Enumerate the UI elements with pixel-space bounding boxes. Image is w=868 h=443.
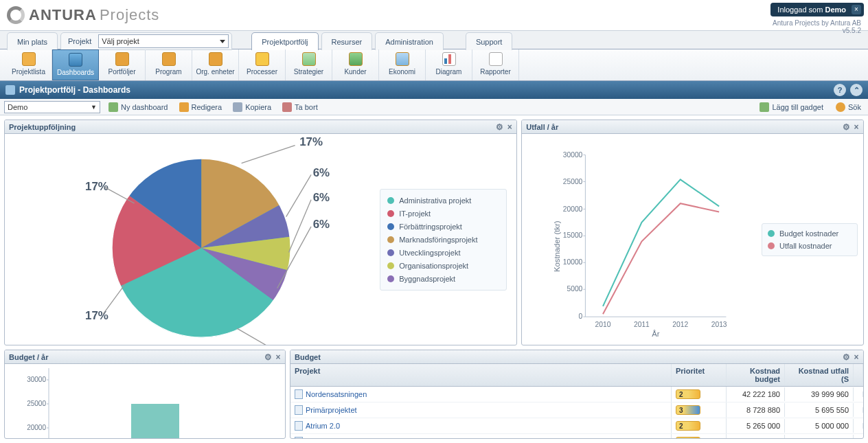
pie-chart: 17% 6% 6% 6% 33% 17% 17%: [5, 134, 380, 345]
gadget-projektuppfoljning: Projektuppföljning ⚙×: [4, 120, 517, 345]
ribbon-toolbar: Projektlista Dashboards Portföljer Progr…: [0, 49, 868, 81]
close-icon[interactable]: ×: [505, 123, 514, 131]
tab-min-plats[interactable]: Min plats: [7, 32, 58, 50]
close-icon[interactable]: ×: [852, 123, 860, 131]
svg-line-3: [242, 146, 295, 163]
ribbon-program[interactable]: Program: [146, 49, 192, 80]
logged-in-label: Inloggad som: [777, 5, 823, 14]
plus-icon: [108, 102, 118, 112]
document-icon: [295, 437, 303, 438]
gear-icon[interactable]: ⚙: [264, 353, 272, 361]
economy-icon: [396, 52, 409, 66]
tab-support[interactable]: Support: [466, 32, 513, 50]
dashboard-toolbar: Demo ▼ Ny dashboard Redigera Kopiera Ta …: [0, 99, 868, 115]
gadget-title: Budget: [295, 353, 321, 361]
brand-logo: ANTURA Projects: [7, 6, 159, 24]
report-icon: [489, 52, 503, 66]
list-icon: [22, 52, 36, 66]
tab-administration[interactable]: Administration: [375, 32, 444, 50]
ribbon-projektlista[interactable]: Projektlista: [5, 49, 52, 80]
program-icon: [162, 52, 176, 66]
main-menu: Min plats Projekt Välj projekt Projektpo…: [0, 30, 868, 49]
brand-name-2: Projects: [100, 6, 159, 24]
table-row[interactable]: Nordensatsningen 2 42 222 180 39 999 960: [290, 387, 863, 402]
gadget-utfall-ar: Utfall / år ⚙× 0 5000 10000 15000: [521, 120, 864, 345]
svg-text:6%: 6%: [313, 218, 330, 231]
svg-text:25000: 25000: [563, 178, 583, 185]
scrollbar[interactable]: [854, 364, 863, 386]
new-dashboard-button[interactable]: Ny dashboard: [106, 101, 171, 113]
customers-icon: [349, 52, 363, 66]
ribbon-kunder[interactable]: Kunder: [332, 49, 379, 80]
gear-icon[interactable]: ⚙: [842, 123, 850, 131]
col-projekt[interactable]: Projekt: [290, 364, 672, 386]
svg-line-11: [237, 329, 271, 345]
ribbon-rapporter[interactable]: Rapporter: [472, 49, 519, 80]
close-icon[interactable]: ×: [852, 353, 860, 361]
brand-name-1: ANTURA: [29, 6, 97, 24]
dashboard-area: Projektuppföljning ⚙×: [0, 115, 868, 443]
dashboard-select-value: Demo: [8, 103, 27, 111]
line-chart: 0 5000 10000 15000 20000 25000 30000: [522, 134, 762, 345]
add-gadget-button[interactable]: Lägg till gadget: [757, 101, 826, 113]
priority-badge: 2: [676, 437, 700, 438]
tab-projekt[interactable]: Projekt Välj projekt: [60, 32, 232, 50]
table-row[interactable]: Fakturaprojektet 2 4 777 773 426 111: [290, 434, 863, 438]
ribbon-dashboards[interactable]: Dashboards: [52, 49, 99, 80]
ribbon-strategier[interactable]: Strategier: [286, 49, 332, 80]
ribbon-ekonomi[interactable]: Ekonomi: [379, 49, 426, 80]
document-icon: [295, 421, 303, 431]
project-link[interactable]: Primärprojektet: [306, 406, 357, 414]
collapse-icon[interactable]: ⌃: [850, 84, 863, 96]
project-link[interactable]: Fakturaprojektet: [306, 438, 360, 438]
svg-text:2012: 2012: [673, 321, 689, 328]
credits: Antura Projects by Antura AB v5.5.2: [773, 19, 861, 34]
close-icon[interactable]: ×: [274, 353, 282, 361]
svg-text:2010: 2010: [595, 321, 611, 328]
dashboard-icon: [69, 53, 82, 67]
col-budget[interactable]: Kostnad budget: [727, 364, 785, 386]
svg-text:15000: 15000: [563, 231, 583, 239]
help-icon[interactable]: ?: [834, 84, 846, 96]
col-prioritet[interactable]: Prioritet: [672, 364, 727, 386]
ribbon-org-enheter[interactable]: Org. enheter: [192, 49, 239, 80]
document-icon: [295, 405, 303, 415]
delete-button[interactable]: Ta bort: [279, 101, 321, 113]
search-button[interactable]: Sök: [833, 101, 864, 113]
ribbon-processer[interactable]: Processer: [239, 49, 286, 80]
dashboard-select[interactable]: Demo ▼: [4, 101, 100, 113]
project-link[interactable]: Nordensatsningen: [306, 390, 367, 398]
tab-resurser[interactable]: Resurser: [321, 32, 373, 50]
user-badge: Inloggad som Demo ×: [770, 3, 864, 16]
table-body: Projekt Prioritet Kostnad budget Kostnad…: [290, 364, 863, 438]
pencil-icon: [179, 102, 189, 112]
svg-text:30000: 30000: [563, 151, 583, 159]
gadget-body: 17% 6% 6% 6% 33% 17% 17%: [5, 134, 516, 345]
project-select[interactable]: Välj projekt: [98, 34, 229, 48]
table-row[interactable]: Atrium 2.0 2 5 265 000 5 000 000: [290, 418, 863, 434]
breadcrumb-icon: [5, 85, 15, 95]
tab-projektportfolj[interactable]: Projektportfölj: [251, 32, 318, 50]
gadget-budget-table: Budget ⚙× Projekt Prioritet Kostnad budg…: [290, 350, 864, 439]
svg-text:10000: 10000: [563, 258, 583, 266]
copy-button[interactable]: Kopiera: [230, 101, 274, 113]
add-icon: [760, 102, 769, 112]
user-name: Demo: [825, 5, 846, 14]
credits-line1: Antura Projects by Antura AB: [773, 19, 861, 27]
project-link[interactable]: Atrium 2.0: [306, 422, 340, 430]
chevron-down-icon: [220, 40, 225, 43]
logo-icon: [7, 6, 25, 24]
edit-button[interactable]: Redigera: [176, 101, 225, 113]
svg-text:6%: 6%: [313, 166, 330, 179]
table-row[interactable]: Primärprojektet 3 8 728 880 5 695 550: [290, 402, 863, 418]
ribbon-portfoljer[interactable]: Portföljer: [99, 49, 146, 80]
version-label: v5.5.2: [773, 27, 861, 34]
close-icon[interactable]: ×: [852, 5, 861, 14]
svg-text:20000: 20000: [27, 424, 46, 431]
col-utfall[interactable]: Kostnad utfall (S: [785, 364, 854, 386]
priority-badge: 3: [676, 405, 700, 415]
svg-text:6%: 6%: [313, 192, 330, 205]
gear-icon[interactable]: ⚙: [495, 123, 503, 131]
gear-icon[interactable]: ⚙: [842, 353, 850, 361]
ribbon-diagram[interactable]: Diagram: [426, 49, 472, 80]
